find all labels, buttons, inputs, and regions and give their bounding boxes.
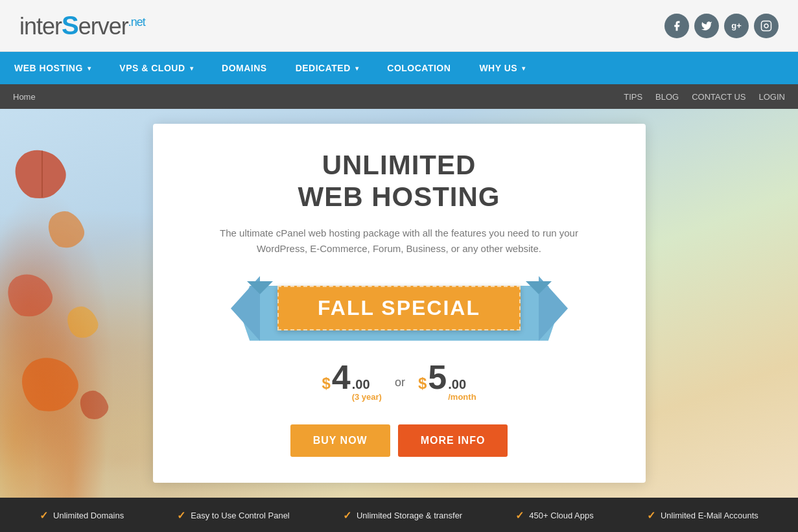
fall-special-text: FALL SPECIAL — [277, 286, 521, 330]
price1-amount: 4 — [332, 360, 351, 394]
price2-detail: .00 /month — [448, 377, 476, 405]
chevron-down-icon: ▾ — [522, 65, 526, 72]
nav-why-us[interactable]: WHY US ▾ — [465, 52, 539, 84]
logo-s: S — [62, 11, 78, 40]
feature-label: Unlimited E-Mail Accounts — [661, 511, 758, 520]
login-link[interactable]: LOGIN — [759, 92, 785, 102]
social-icons: g+ — [664, 14, 779, 38]
buy-now-button[interactable]: BUY NOW — [290, 424, 390, 457]
feature-unlimited-domains: ✓ Unlimited Domains — [40, 509, 124, 522]
hero-section: UNLIMITED WEB HOSTING The ultimate cPane… — [0, 109, 798, 498]
tips-link[interactable]: TIPS — [624, 92, 642, 102]
price-monthly: $ 5 .00 /month — [418, 360, 476, 405]
nav-colocation[interactable]: COLOCATION — [373, 52, 465, 84]
google-plus-icon[interactable]: g+ — [724, 14, 749, 38]
price1-detail: .00 (3 year) — [352, 377, 382, 405]
nav-vps-cloud[interactable]: VPS & CLOUD ▾ — [105, 52, 207, 84]
chevron-down-icon: ▾ — [355, 65, 359, 72]
pricing-section: $ 4 .00 (3 year) or $ 5 .00 /month — [185, 360, 613, 405]
nav-domains[interactable]: DOMAINS — [207, 52, 281, 84]
price2-amount: 5 — [428, 360, 447, 394]
feature-label: Easy to Use Control Panel — [191, 511, 289, 520]
chevron-down-icon: ▾ — [88, 65, 91, 72]
check-icon: ✓ — [647, 509, 655, 522]
price2-dollar: $ — [418, 376, 427, 391]
feature-label: 450+ Cloud Apps — [529, 511, 593, 520]
feature-control-panel: ✓ Easy to Use Control Panel — [177, 509, 289, 522]
price1-dollar: $ — [322, 376, 330, 391]
check-icon: ✓ — [515, 509, 524, 522]
fall-special-banner: FALL SPECIAL — [231, 276, 568, 341]
feature-cloud-apps: ✓ 450+ Cloud Apps — [515, 509, 593, 522]
cta-buttons: BUY NOW MORE INFO — [185, 424, 613, 457]
blog-link[interactable]: BLOG — [655, 92, 679, 102]
check-icon: ✓ — [343, 509, 351, 522]
twitter-icon[interactable] — [694, 14, 719, 38]
facebook-icon[interactable] — [664, 14, 689, 38]
price-or: or — [395, 376, 405, 389]
breadcrumb-home[interactable]: Home — [13, 92, 36, 102]
contact-us-link[interactable]: CONTACT US — [692, 92, 745, 102]
chevron-down-icon: ▾ — [190, 65, 194, 72]
feature-email-accounts: ✓ Unlimited E-Mail Accounts — [647, 509, 758, 522]
pricing-card: UNLIMITED WEB HOSTING The ultimate cPane… — [153, 124, 646, 483]
instagram-icon[interactable] — [754, 14, 779, 38]
breadcrumb-links: TIPS BLOG CONTACT US LOGIN — [624, 92, 785, 102]
nav-web-hosting[interactable]: WEB HOSTING ▾ — [0, 52, 105, 84]
main-nav: WEB HOSTING ▾ VPS & CLOUD ▾ DOMAINS DEDI… — [0, 52, 798, 84]
breadcrumb-bar: Home TIPS BLOG CONTACT US LOGIN — [0, 84, 798, 109]
card-title: UNLIMITED WEB HOSTING — [185, 150, 613, 213]
more-info-button[interactable]: MORE INFO — [398, 424, 508, 457]
svg-rect-0 — [762, 21, 771, 30]
feature-unlimited-storage: ✓ Unlimited Storage & transfer — [343, 509, 462, 522]
nav-dedicated[interactable]: DEDICATED ▾ — [281, 52, 373, 84]
price-3year: $ 4 .00 (3 year) — [322, 360, 382, 405]
feature-label: Unlimited Domains — [53, 511, 124, 520]
logo-inter: inter — [19, 13, 62, 40]
feature-label: Unlimited Storage & transfer — [357, 511, 462, 520]
check-icon: ✓ — [40, 509, 48, 522]
header: interServer.net g+ — [0, 0, 798, 52]
logo-net: .net — [128, 16, 145, 29]
logo-erver: erver — [78, 13, 128, 40]
check-icon: ✓ — [177, 509, 185, 522]
logo[interactable]: interServer.net — [19, 11, 145, 40]
card-subtitle: The ultimate cPanel web hosting package … — [198, 226, 600, 257]
features-bar: ✓ Unlimited Domains ✓ Easy to Use Contro… — [0, 498, 798, 532]
